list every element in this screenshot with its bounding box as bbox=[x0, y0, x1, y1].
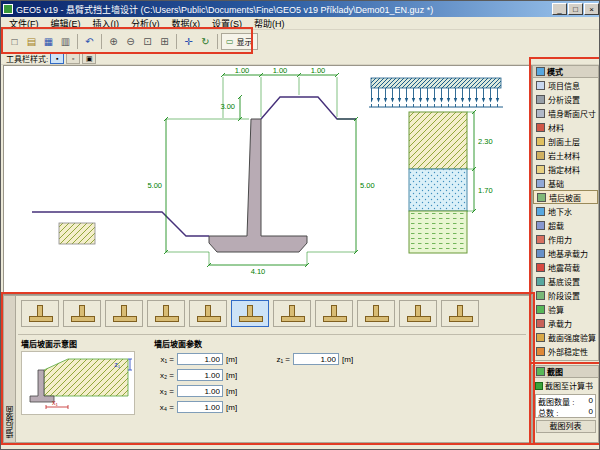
zoom-fit-button[interactable]: ⊡ bbox=[139, 33, 156, 50]
wall-geometry-icon bbox=[536, 109, 545, 118]
new-file-icon: □ bbox=[11, 36, 17, 47]
terrain-shape-thumbnail-6[interactable] bbox=[231, 300, 269, 327]
menu-edit[interactable]: 编辑(E) bbox=[45, 17, 87, 30]
drawing-canvas[interactable]: 1.00 1.00 1.00 3.00 5.00 5.00 2.30 1.70 … bbox=[3, 65, 532, 295]
x1-unit: [m] bbox=[226, 355, 242, 364]
mode-icon bbox=[536, 67, 545, 76]
assign-material-icon bbox=[536, 165, 545, 174]
soil-legend-box bbox=[59, 223, 95, 244]
sidebar-item-analysis-settings[interactable]: 分析设置 bbox=[533, 92, 598, 106]
sidebar-item-material[interactable]: 材料 bbox=[533, 120, 598, 134]
zoom-window-button[interactable]: ⊞ bbox=[156, 33, 173, 50]
sidebar-item-external-stability[interactable]: 外部稳定性 bbox=[533, 344, 598, 358]
project-info-icon bbox=[536, 81, 545, 90]
new-file-button[interactable]: □ bbox=[6, 33, 23, 50]
zoom-in-button[interactable]: ⊕ bbox=[105, 33, 122, 50]
terrain-shape-thumbnail-3[interactable] bbox=[105, 300, 143, 327]
terrain-shape-thumbnail-5[interactable] bbox=[189, 300, 227, 327]
dim-top-2: 1.00 bbox=[273, 66, 288, 75]
sidebar-item-soil-profile[interactable]: 剖面土层 bbox=[533, 134, 598, 148]
main-toolbar: □ ▤ ▦ ▥ ↶ ⊕ ⊖ ⊡ ⊞ ✛ ↻ ▭ 显示 bbox=[1, 30, 600, 52]
z1-input[interactable] bbox=[293, 353, 339, 365]
retaining-wall-body bbox=[209, 119, 307, 252]
toolbar-style-3-button[interactable]: ▣ bbox=[82, 53, 96, 64]
save-file-button[interactable]: ▦ bbox=[40, 33, 57, 50]
picture-list-button[interactable]: 截图列表 bbox=[536, 420, 596, 433]
sidebar-item-surcharge[interactable]: 超载 bbox=[533, 218, 598, 232]
dim-wall-left: 5.00 bbox=[147, 181, 162, 190]
status-bar bbox=[1, 444, 600, 450]
x3-unit: [m] bbox=[226, 387, 242, 396]
zoom-out-button[interactable]: ⊖ bbox=[122, 33, 139, 50]
sidebar-item-base-settings[interactable]: 基底设置 bbox=[533, 274, 598, 288]
menu-help[interactable]: 帮助(H) bbox=[248, 17, 291, 30]
terrain-shape-thumbnail-9[interactable] bbox=[357, 300, 395, 327]
sidebar-item-assign-material[interactable]: 指定材料 bbox=[533, 162, 598, 176]
app-icon bbox=[3, 4, 13, 14]
bearing-verification-icon bbox=[536, 319, 545, 328]
sidebar-item-verification[interactable]: 验算 bbox=[533, 302, 598, 316]
sidebar-item-terrain[interactable]: 墙后坡面 bbox=[533, 190, 598, 204]
terrain-shape-thumbnail-7[interactable] bbox=[273, 300, 311, 327]
x3-input[interactable] bbox=[177, 385, 223, 397]
pictures-count-label: 截图数量 : bbox=[538, 396, 574, 407]
undo-button[interactable]: ↶ bbox=[81, 33, 98, 50]
minimize-button[interactable]: _ bbox=[552, 3, 567, 15]
toolbar-style-2-button[interactable]: ▫ bbox=[66, 53, 80, 64]
sidebar-item-water[interactable]: 地下水 bbox=[533, 204, 598, 218]
x4-label: x₄ = bbox=[154, 403, 174, 412]
refresh-button[interactable]: ↻ bbox=[197, 33, 214, 50]
water-icon bbox=[536, 207, 545, 216]
analysis-settings-icon bbox=[536, 95, 545, 104]
menu-analysis[interactable]: 分析(y) bbox=[125, 17, 166, 30]
toolbar-style-1-button[interactable]: ▪ bbox=[50, 53, 64, 64]
wall-shape-icon bbox=[27, 305, 55, 323]
terrain-shape-thumbnail-10[interactable] bbox=[399, 300, 437, 327]
diagram-z-label: z₁ bbox=[114, 361, 121, 368]
pan-button[interactable]: ✛ bbox=[180, 33, 197, 50]
sidebar-item-applied-forces[interactable]: 作用力 bbox=[533, 232, 598, 246]
sidebar-item-earthquake[interactable]: 地震荷载 bbox=[533, 260, 598, 274]
undo-icon: ↶ bbox=[85, 36, 93, 47]
maximize-button[interactable]: □ bbox=[568, 3, 583, 15]
terrain-shape-thumbnail-2[interactable] bbox=[63, 300, 101, 327]
sidebar-item-wall-geometry[interactable]: 墙身断面尺寸 bbox=[533, 106, 598, 120]
menu-settings[interactable]: 设置(S) bbox=[206, 17, 248, 30]
terrain-shape-thumbnail-8[interactable] bbox=[315, 300, 353, 327]
sidebar-item-dimensioning[interactable]: 截面强度验算 bbox=[533, 330, 598, 344]
print-button[interactable]: ▥ bbox=[57, 33, 74, 50]
frame-tab[interactable]: 墙后坡面 bbox=[4, 296, 16, 442]
terrain-params-section: 墙后坡面参数 x₁ = [m] z₁ = [m] x₂ = [m] x₃ = [… bbox=[154, 338, 358, 415]
external-stability-icon bbox=[536, 347, 545, 356]
menu-file[interactable]: 文件(F) bbox=[3, 17, 45, 30]
pictures-title: 截图 bbox=[547, 366, 563, 377]
close-button[interactable]: × bbox=[584, 3, 599, 15]
toolbar-style-bar: 工具栏样式: ▪ ▫ ▣ bbox=[1, 52, 600, 65]
display-button[interactable]: ▭ 显示 bbox=[221, 33, 258, 50]
sidebar-item-project-info[interactable]: 项目信息 bbox=[533, 78, 598, 92]
terrain-shape-thumbnail-11[interactable] bbox=[441, 300, 479, 327]
menu-data[interactable]: 数据(x) bbox=[166, 17, 207, 30]
toolbar-separator bbox=[176, 34, 177, 49]
sidebar-item-bearing-capacity[interactable]: 地基承载力 bbox=[533, 246, 598, 260]
sidebar-item-foundation[interactable]: 基础 bbox=[533, 176, 598, 190]
sidebar-item-soils[interactable]: 岩土材料 bbox=[533, 148, 598, 162]
terrain-icon bbox=[537, 193, 546, 202]
menu-insert[interactable]: 插入(I) bbox=[87, 17, 126, 30]
print-icon: ▥ bbox=[61, 36, 70, 47]
terrain-shape-thumbnail-4[interactable] bbox=[147, 300, 185, 327]
x2-label: x₂ = bbox=[154, 371, 174, 380]
add-picture-button[interactable]: 截图至计算书 bbox=[533, 378, 598, 393]
wall-shape-icon bbox=[447, 305, 475, 323]
sidebar-item-bearing-verification[interactable]: 承载力 bbox=[533, 316, 598, 330]
dim-top-1: 1.00 bbox=[235, 66, 250, 75]
x2-input[interactable] bbox=[177, 369, 223, 381]
terrain-diagram: x₁ z₁ bbox=[21, 351, 135, 415]
x1-input[interactable] bbox=[177, 353, 223, 365]
open-file-button[interactable]: ▤ bbox=[23, 33, 40, 50]
pictures-total-label: 总数 : bbox=[538, 407, 558, 418]
x4-input[interactable] bbox=[177, 401, 223, 413]
sidebar-item-stage-settings[interactable]: 阶段设置 bbox=[533, 288, 598, 302]
earthquake-icon bbox=[536, 263, 545, 272]
terrain-shape-thumbnail-1[interactable] bbox=[21, 300, 59, 327]
